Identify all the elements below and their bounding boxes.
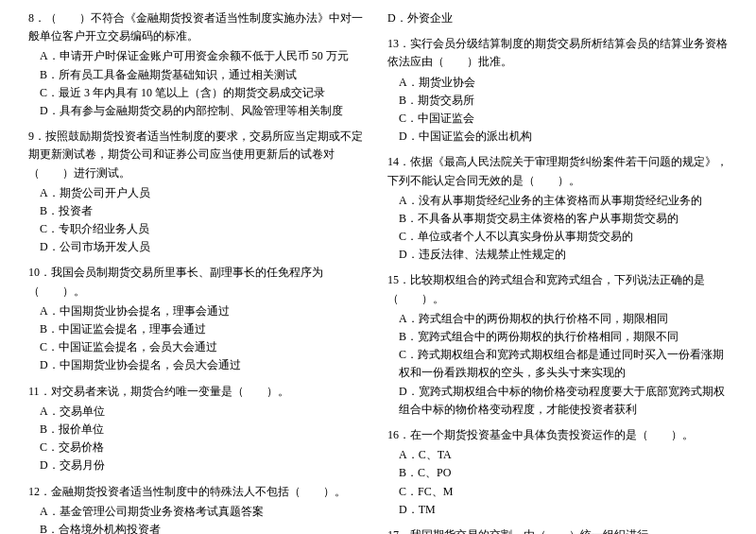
q10-title: 10．我国会员制期货交易所里事长、副理事长的任免程序为（ ）。 [28, 264, 369, 300]
q14-option-a: A．没有从事期货经纪业务的主体资格而从事期货经纪业务的 [399, 192, 728, 210]
question-13: 13．实行会员分级结算制度的期货交易所析结算会员的结算业务资格依法应由（ ）批准… [387, 35, 728, 146]
q14-option-d: D．违反法律、法规禁止性规定的 [399, 246, 728, 264]
q10-option-a: A．中国期货业协会提名，理事会通过 [40, 302, 369, 320]
question-8: 8．（ ）不符合《金融期货投资者适当性制度实施办法》中对一般单位客户开立交易编码… [28, 9, 369, 120]
q9-option-c: C．专职介绍业务人员 [40, 220, 369, 238]
q9-option-b: B．投资者 [40, 202, 369, 220]
q13-option-c: C．中国证监会 [399, 110, 728, 128]
question-9: 9．按照鼓励期货投资者适当性制度的要求，交易所应当定期或不定期更新测试卷，期货公… [28, 128, 369, 256]
q12-option-a: A．基金管理公司期货业务资格考试真题答案 [40, 503, 369, 521]
q15-option-c: C．跨式期权组合和宽跨式期权组合都是通过同时买入一份看涨期权和一份看跌期权的空头… [399, 346, 728, 382]
q9-title: 9．按照鼓励期货投资者适当性制度的要求，交易所应当定期或不定期更新测试卷，期货公… [28, 128, 369, 182]
q8-option-c: C．最近 3 年内具有 10 笔以上（含）的期货交易成交记录 [40, 84, 369, 102]
q11-options: A．交易单位 B．报价单位 C．交易价格 D．交易月份 [40, 403, 369, 475]
question-12: 12．金融期货投资者适当性制度中的特殊法人不包括（ ）。 A．基金管理公司期货业… [28, 483, 369, 535]
q15-option-d: D．宽跨式期权组合中标的物价格变动程度要大于底部宽跨式期权组合中标的物价格变动程… [399, 383, 728, 419]
q15-title: 15．比较期权组合的跨式组合和宽跨式组合，下列说法正确的是（ ）。 [387, 271, 728, 307]
q12-title: 12．金融期货投资者适当性制度中的特殊法人不包括（ ）。 [28, 483, 369, 501]
q9-options: A．期货公司开户人员 B．投资者 C．专职介绍业务人员 D．公司市场开发人员 [40, 184, 369, 257]
q13-option-d: D．中国证监会的派出机构 [399, 128, 728, 146]
q10-option-d: D．中国期货业协会提名，会员大会通过 [40, 356, 369, 374]
q12-option-b: B．合格境外机构投资者 [40, 521, 369, 534]
q10-option-c: C．中国证监会提名，会员大会通过 [40, 338, 369, 356]
q8-option-b: B．所有员工具备金融期货基础知识，通过相关测试 [40, 66, 369, 84]
q14-option-b: B．不具备从事期货交易主体资格的客户从事期货交易的 [399, 210, 728, 228]
q13-option-a: A．期货业协会 [399, 74, 728, 92]
q10-option-b: B．中国证监会提名，理事会通过 [40, 320, 369, 338]
q11-option-d: D．交易月份 [40, 456, 369, 474]
left-column: 8．（ ）不符合《金融期货投资者适当性制度实施办法》中对一般单位客户开立交易编码… [28, 9, 369, 534]
q11-option-a: A．交易单位 [40, 403, 369, 421]
q14-options: A．没有从事期货经纪业务的主体资格而从事期货经纪业务的 B．不具备从事期货交易主… [399, 192, 728, 265]
q8-options: A．申请开户时保证金账户可用资金余额不低于人民币 50 万元 B．所有员工具备金… [40, 47, 369, 120]
q11-option-c: C．交易价格 [40, 439, 369, 456]
q9-option-a: A．期货公司开户人员 [40, 184, 369, 202]
question-14: 14．依据《最高人民法院关于审理期货纠纷案件若干问题的规定》，下列不能认定合同无… [387, 153, 728, 264]
q11-title: 11．对交易者来说，期货合约唯一变量是（ ）。 [28, 383, 369, 401]
page-content: 8．（ ）不符合《金融期货投资者适当性制度实施办法》中对一般单位客户开立交易编码… [28, 9, 728, 534]
q16-title: 16．在一个期货投资基金中具体负责投资运作的是（ ）。 [387, 426, 728, 444]
q15-options: A．跨式组合中的两份期权的执行价格不同，期限相同 B．宽跨式组合中的两份期权的执… [399, 310, 728, 419]
q9-option-d: D．公司市场开发人员 [40, 238, 369, 256]
two-column-layout: 8．（ ）不符合《金融期货投资者适当性制度实施办法》中对一般单位客户开立交易编码… [28, 9, 728, 534]
q10-options: A．中国期货业协会提名，理事会通过 B．中国证监会提名，理事会通过 C．中国证监… [40, 302, 369, 375]
right-column: D．外资企业 13．实行会员分级结算制度的期货交易所析结算会员的结算业务资格依法… [387, 9, 728, 534]
q14-title: 14．依据《最高人民法院关于审理期货纠纷案件若干问题的规定》，下列不能认定合同无… [387, 153, 728, 189]
question-10: 10．我国会员制期货交易所里事长、副理事长的任免程序为（ ）。 A．中国期货业协… [28, 264, 369, 374]
question-16: 16．在一个期货投资基金中具体负责投资运作的是（ ）。 A．C、TA B．C、P… [387, 426, 728, 519]
question-11: 11．对交易者来说，期货合约唯一变量是（ ）。 A．交易单位 B．报价单位 C．… [28, 383, 369, 475]
q16-option-b: B．C、PO [399, 464, 728, 482]
q13-options: A．期货业协会 B．期货交易所 C．中国证监会 D．中国证监会的派出机构 [399, 74, 728, 146]
q13-title: 13．实行会员分级结算制度的期货交易所析结算会员的结算业务资格依法应由（ ）批准… [387, 35, 728, 71]
q11-option-b: B．报价单位 [40, 421, 369, 439]
q16-option-c: C．FC、M [399, 483, 728, 501]
q8-right-d: D．外资企业 [387, 9, 728, 27]
q8r-option-d: D．外资企业 [387, 9, 728, 27]
q14-option-c: C．单位或者个人不以真实身份从事期货交易的 [399, 228, 728, 246]
q17-title: 17．我国期货交易的交割，由（ ）统一组织进行。 [387, 526, 728, 534]
q12-options: A．基金管理公司期货业务资格考试真题答案 B．合格境外机构投资者 C．证券公司 [40, 503, 369, 534]
q16-option-d: D．TM [399, 501, 728, 519]
q13-option-b: B．期货交易所 [399, 92, 728, 110]
q8-option-a: A．申请开户时保证金账户可用资金余额不低于人民币 50 万元 [40, 47, 369, 65]
q16-option-a: A．C、TA [399, 446, 728, 464]
q16-options: A．C、TA B．C、PO C．FC、M D．TM [399, 446, 728, 519]
q15-option-a: A．跨式组合中的两份期权的执行价格不同，期限相同 [399, 310, 728, 328]
question-15: 15．比较期权组合的跨式组合和宽跨式组合，下列说法正确的是（ ）。 A．跨式组合… [387, 271, 728, 419]
q8-title: 8．（ ）不符合《金融期货投资者适当性制度实施办法》中对一般单位客户开立交易编码… [28, 9, 369, 45]
q8-option-d: D．具有参与金融期货交易的内部控制、风险管理等相关制度 [40, 102, 369, 120]
question-17: 17．我国期货交易的交割，由（ ）统一组织进行。 A．期货交易所 [387, 526, 728, 534]
q15-option-b: B．宽跨式组合中的两份期权的执行价格相同，期限不同 [399, 328, 728, 346]
